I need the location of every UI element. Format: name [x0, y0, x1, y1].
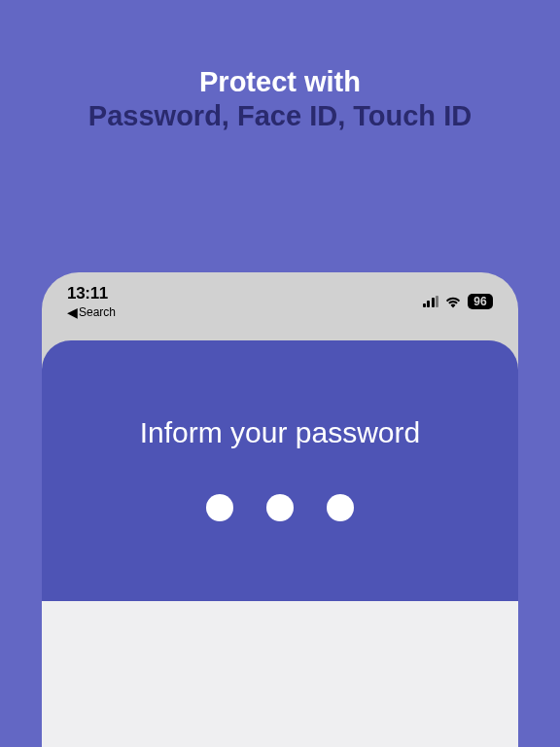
- battery-level: 96: [468, 294, 493, 309]
- lock-title: Inform your password: [42, 416, 518, 449]
- pin-dot-1: [206, 494, 233, 521]
- lock-panel: Inform your password 1 2 3: [42, 340, 518, 747]
- marketing-line1: Protect with: [0, 66, 560, 98]
- status-time: 13:11: [67, 284, 116, 303]
- pin-dot-3: [327, 494, 354, 521]
- keypad-key-1[interactable]: 1: [42, 601, 200, 747]
- marketing-line2: Password, Face ID, Touch ID: [0, 100, 560, 132]
- marketing-headline: Protect with Password, Face ID, Touch ID: [0, 0, 560, 133]
- keypad-key-2[interactable]: 2: [200, 601, 359, 747]
- keypad-key-3[interactable]: 3: [360, 601, 518, 747]
- back-caret-icon: ◀: [67, 305, 78, 319]
- cellular-signal-icon: [423, 296, 439, 307]
- pin-dots: [42, 494, 518, 521]
- device-frame: 13:11 ◀ Search 96 Inform your password: [42, 272, 518, 747]
- status-bar: 13:11 ◀ Search 96: [42, 272, 518, 317]
- status-back-label: Search: [79, 305, 116, 319]
- pin-dot-2: [266, 494, 294, 521]
- keypad-row-1: 1 2 3: [42, 601, 518, 747]
- status-back-to-search[interactable]: ◀ Search: [67, 305, 116, 319]
- numeric-keypad: 1 2 3: [42, 601, 518, 747]
- wifi-icon: [444, 296, 462, 308]
